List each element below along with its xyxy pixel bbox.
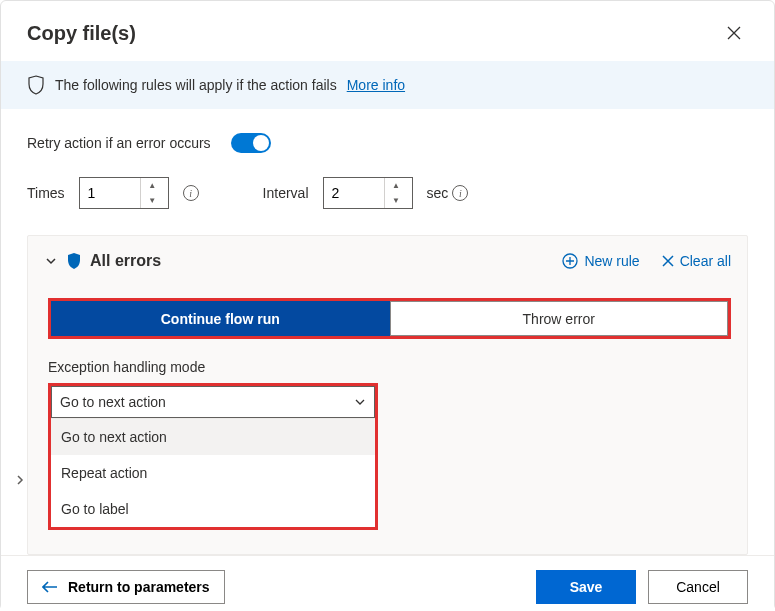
interval-label: Interval <box>263 185 309 201</box>
close-button[interactable] <box>720 19 748 47</box>
mode-dropdown: Go to next action Repeat action Go to la… <box>51 418 375 527</box>
interval-unit: sec <box>427 185 449 201</box>
chevron-up-icon[interactable]: ▲ <box>385 178 408 193</box>
interval-input[interactable] <box>324 178 384 208</box>
mode-option[interactable]: Go to next action <box>51 419 375 455</box>
dialog: Copy file(s) The following rules will ap… <box>0 0 775 611</box>
chevron-down-icon[interactable]: ▼ <box>385 193 408 208</box>
errors-panel: All errors New rule Clear all Continue f… <box>27 235 748 555</box>
retry-params-row: Times ▲ ▼ i Interval ▲ ▼ sec i <box>27 177 748 209</box>
retry-row: Retry action if an error occurs <box>27 133 748 153</box>
errors-panel-header: All errors New rule Clear all <box>44 252 731 270</box>
mode-selected-value: Go to next action <box>60 394 166 410</box>
mode-label: Exception handling mode <box>48 359 731 375</box>
times-label: Times <box>27 185 65 201</box>
tab-group: Continue flow run Throw error <box>48 298 731 339</box>
return-label: Return to parameters <box>68 579 210 595</box>
return-to-parameters-button[interactable]: Return to parameters <box>27 570 225 604</box>
errors-title: All errors <box>90 252 161 270</box>
toggle-knob <box>253 135 269 151</box>
retry-toggle[interactable] <box>231 133 271 153</box>
interval-stepper[interactable]: ▲ ▼ <box>323 177 413 209</box>
chevron-right-icon <box>13 473 27 487</box>
close-icon <box>662 255 674 267</box>
close-icon <box>727 26 741 40</box>
chevron-down-icon[interactable]: ▼ <box>141 193 164 208</box>
tab-continue-flow-run[interactable]: Continue flow run <box>51 301 390 336</box>
clear-all-button[interactable]: Clear all <box>662 253 731 269</box>
times-input[interactable] <box>80 178 140 208</box>
cancel-button[interactable]: Cancel <box>648 570 748 604</box>
collapsed-section-toggle[interactable] <box>13 473 27 487</box>
chevron-down-icon[interactable] <box>44 254 58 268</box>
tab-throw-error[interactable]: Throw error <box>390 301 729 336</box>
new-rule-label: New rule <box>584 253 639 269</box>
mode-select[interactable]: Go to next action <box>51 386 375 418</box>
times-stepper[interactable]: ▲ ▼ <box>79 177 169 209</box>
clear-all-label: Clear all <box>680 253 731 269</box>
mode-option[interactable]: Repeat action <box>51 455 375 491</box>
dialog-title: Copy file(s) <box>27 22 136 45</box>
dialog-footer: Return to parameters Save Cancel <box>1 555 774 611</box>
plus-circle-icon <box>562 253 578 269</box>
retry-label: Retry action if an error occurs <box>27 135 211 151</box>
info-icon[interactable]: i <box>452 185 468 201</box>
info-text: The following rules will apply if the ac… <box>55 77 337 93</box>
chevron-down-icon <box>354 396 366 408</box>
save-button[interactable]: Save <box>536 570 636 604</box>
dialog-body: Retry action if an error occurs Times ▲ … <box>1 109 774 555</box>
chevron-up-icon[interactable]: ▲ <box>141 178 164 193</box>
mode-select-highlight: Go to next action Go to next action Repe… <box>48 383 378 530</box>
info-bar: The following rules will apply if the ac… <box>1 61 774 109</box>
arrow-left-icon <box>42 580 58 594</box>
shield-icon <box>27 75 45 95</box>
shield-icon <box>66 252 82 270</box>
more-info-link[interactable]: More info <box>347 77 405 93</box>
mode-option[interactable]: Go to label <box>51 491 375 527</box>
dialog-header: Copy file(s) <box>1 1 774 61</box>
new-rule-button[interactable]: New rule <box>562 253 639 269</box>
info-icon[interactable]: i <box>183 185 199 201</box>
